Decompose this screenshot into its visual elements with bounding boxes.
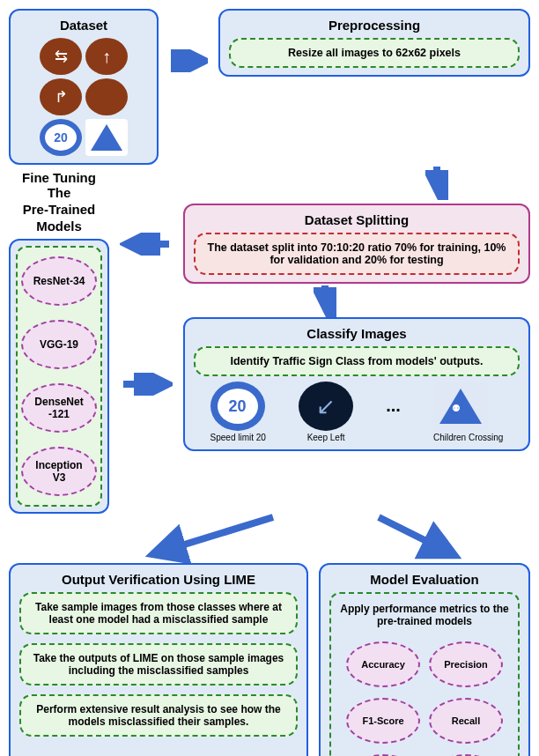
- preprocessing-title: Preprocessing: [229, 18, 520, 33]
- fine-tuning-title-2: Pre-Trained: [9, 202, 109, 217]
- svg-line-5: [159, 517, 273, 552]
- metric-recall: Recall: [429, 698, 503, 744]
- model-inceptionv3: Inception V3: [21, 447, 97, 496]
- sign-thumb: ↱: [40, 78, 82, 115]
- metrics-container: Apply performance metrics to the pre-tra…: [329, 592, 520, 756]
- class-sample: ⚉ Children Crossing: [433, 382, 503, 442]
- sign-thumb: ↑: [85, 38, 128, 75]
- classify-subtitle: Identify Traffic Sign Class from models'…: [194, 346, 520, 376]
- eval-title: Model Evaluation: [329, 572, 520, 587]
- model-vgg19: VGG-19: [21, 320, 97, 369]
- lime-step-1: Take the outputs of LIME on those sample…: [19, 643, 298, 686]
- class-caption-2: Children Crossing: [433, 433, 503, 442]
- fine-tuning-title-3: Models: [9, 219, 109, 233]
- dataset-thumbnails: ⇆ ↑ ↱ 20: [19, 38, 148, 156]
- fine-tuning-title-1: Fine Tuning The: [9, 170, 109, 200]
- models-list: ResNet-34 VGG-19 DenseNet -121 Inception…: [16, 246, 102, 507]
- dataset-title: Dataset: [19, 18, 148, 33]
- lime-step-0: Take sample images from those classes wh…: [19, 592, 298, 634]
- dots: ...: [386, 396, 401, 428]
- class-caption-1: Keep Left: [299, 433, 353, 442]
- metric-f1: F1-Score: [346, 698, 420, 744]
- lime-step-2: Perform extensive result analysis to see…: [19, 694, 298, 737]
- sign-thumb: 20: [40, 119, 82, 156]
- dataset-box: Dataset ⇆ ↑ ↱ 20: [9, 9, 159, 165]
- class-sample: ↙ Keep Left: [299, 382, 353, 442]
- class-caption-0: Speed limit 20: [210, 433, 266, 442]
- classify-title: Classify Images: [194, 326, 520, 341]
- splitting-box: Dataset Splitting The dataset split into…: [183, 204, 530, 284]
- preprocessing-text: Resize all images to 62x62 pixels: [229, 38, 520, 68]
- eval-box: Model Evaluation Apply performance metri…: [319, 563, 530, 756]
- splitting-title: Dataset Splitting: [194, 212, 520, 227]
- fine-tuning-column: Fine Tuning The Pre-Trained Models ResNe…: [9, 165, 109, 514]
- class-sample: 20 Speed limit 20: [210, 382, 266, 442]
- classify-box: Classify Images Identify Traffic Sign Cl…: [183, 317, 530, 451]
- arrow-right-2: [120, 373, 173, 396]
- arrow-right-1: [169, 9, 208, 72]
- preprocessing-box: Preprocessing Resize all images to 62x62…: [218, 9, 530, 77]
- eval-subtitle: Apply performance metrics to the pre-tra…: [336, 603, 513, 627]
- metric-precision: Precision: [429, 641, 503, 687]
- model-densenet121: DenseNet -121: [21, 383, 97, 433]
- split-arrows: [9, 514, 530, 563]
- lime-box: Output Verification Using LIME Take samp…: [9, 563, 308, 756]
- sign-thumb: ⇆: [40, 38, 82, 75]
- metric-accuracy: Accuracy: [346, 641, 420, 687]
- svg-line-6: [379, 517, 449, 552]
- model-resnet34: ResNet-34: [21, 256, 97, 306]
- lime-title: Output Verification Using LIME: [19, 572, 298, 587]
- arrow-left-1: [120, 233, 173, 256]
- arrow-down-2: [120, 284, 530, 317]
- splitting-text: The dataset split into 70:10:20 ratio 70…: [194, 233, 520, 275]
- sign-thumb: [85, 119, 128, 156]
- sign-thumb: [85, 78, 128, 115]
